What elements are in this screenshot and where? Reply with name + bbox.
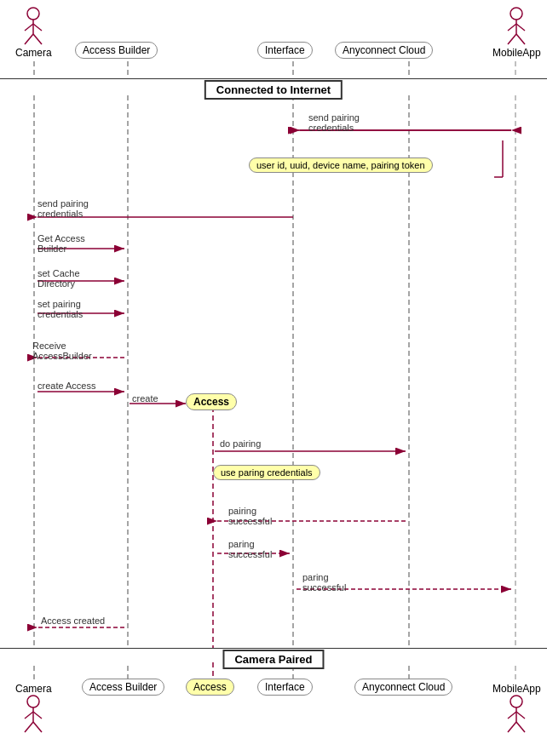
msg-get-access-builder: Get AccessBuilder [37, 233, 85, 254]
camera-paired-label: Camera Paired [222, 650, 324, 669]
msg-send-pairing-top: send pairingcredentials [308, 112, 360, 133]
svg-line-34 [25, 34, 33, 44]
actor-camera-bottom: Camera [15, 681, 52, 733]
mobileapp-figure-top [504, 7, 528, 45]
svg-point-36 [510, 8, 522, 20]
section-connected: Connected to Internet [0, 79, 547, 93]
msg-create-access: create Access [37, 381, 95, 391]
camera-label-bottom: Camera [15, 683, 52, 695]
msg-send-pairing-camera: send pairingcredentials [37, 198, 89, 219]
svg-line-33 [33, 24, 42, 31]
interface-box-bottom: Interface [257, 679, 313, 696]
actor-camera-top: Camera [15, 7, 52, 59]
actor-mobileapp-top: MobileApp [492, 7, 541, 59]
section-camera-paired: Camera Paired [0, 649, 547, 662]
svg-line-40 [508, 34, 516, 44]
paring-creds-note: use paring credentials [213, 465, 320, 480]
svg-point-30 [27, 8, 39, 20]
access-builder-box-top: Access Builder [75, 42, 158, 59]
access-box-bottom: Access [186, 679, 234, 696]
camera-figure-top [21, 7, 45, 45]
svg-line-35 [33, 34, 42, 44]
msg-pairing-successful-1: pairingsuccessful [228, 506, 272, 526]
msg-set-cache: set CacheDirectory [37, 268, 80, 289]
svg-line-47 [33, 722, 42, 732]
svg-line-44 [25, 712, 33, 719]
msg-create: create [132, 393, 158, 404]
svg-line-39 [516, 24, 525, 31]
msg-paring-successful-2: paringsuccessful [228, 539, 272, 559]
svg-point-48 [510, 696, 522, 707]
svg-line-32 [25, 24, 33, 31]
svg-line-50 [508, 712, 516, 719]
arrows-svg [0, 0, 547, 756]
svg-line-52 [508, 722, 516, 732]
interface-box-top: Interface [257, 42, 313, 59]
camera-label-top: Camera [15, 47, 52, 59]
mobileapp-label-top: MobileApp [492, 47, 541, 59]
svg-line-51 [516, 712, 525, 719]
connected-label: Connected to Internet [204, 80, 343, 100]
anyconnect-box-bottom: Anyconnect Cloud [354, 679, 452, 696]
mobileapp-figure-bottom [504, 695, 528, 733]
msg-do-pairing: do pairing [220, 438, 261, 449]
access-bubble: Access [186, 393, 237, 410]
svg-line-46 [25, 722, 33, 732]
anyconnect-box-top: Anyconnect Cloud [335, 42, 433, 59]
camera-figure-bottom [21, 695, 45, 733]
svg-line-41 [516, 34, 525, 44]
svg-line-45 [33, 712, 42, 719]
msg-set-pairing-creds: set pairingcredentials [37, 299, 83, 319]
access-builder-box-bottom: Access Builder [82, 679, 164, 696]
svg-line-38 [508, 24, 516, 31]
diagram-container: Camera MobileApp Access Builder Interfac… [0, 0, 547, 756]
credentials-note: user id, uuid, device name, pairing toke… [249, 158, 433, 173]
svg-line-53 [516, 722, 525, 732]
msg-paring-successful-3: paringsuccessful [302, 572, 346, 593]
msg-access-created: Access created [41, 616, 105, 626]
msg-receive-access-builder: ReceiveAccessBuilder [32, 341, 92, 361]
mobileapp-label-bottom: MobileApp [492, 683, 541, 695]
actor-mobileapp-bottom: MobileApp [492, 681, 541, 733]
svg-point-42 [27, 696, 39, 707]
